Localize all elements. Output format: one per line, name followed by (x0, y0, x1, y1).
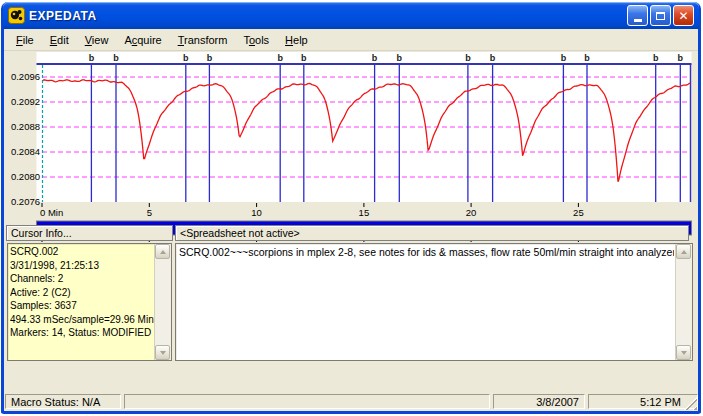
menu-transform[interactable]: Transform (170, 31, 236, 49)
cursor-info-text: SCRQ.0023/31/1998, 21:25:13Channels: 2Ac… (10, 245, 154, 359)
minimize-icon (634, 19, 642, 22)
svg-text:5: 5 (147, 207, 152, 218)
cursor-info-header[interactable]: Cursor Info... (6, 225, 173, 241)
cursor-info-line: SCRQ.002 (10, 245, 154, 259)
marker-label: b (301, 53, 307, 63)
marker-label: b (678, 53, 684, 63)
close-icon: ✕ (678, 10, 688, 22)
menu-file[interactable]: File (8, 31, 42, 49)
file-note-text: SCRQ.002~~~scorpions in mplex 2-8, see n… (179, 246, 674, 259)
marker-label: b (465, 53, 471, 63)
notes-scrollbar[interactable] (675, 244, 692, 360)
svg-text:0.2084: 0.2084 (11, 146, 40, 157)
menu-view[interactable]: View (77, 31, 117, 49)
svg-text:0 Min: 0 Min (40, 207, 63, 218)
cursor-info-line: Channels: 2 (10, 272, 154, 286)
window-title: EXPEDATA (29, 9, 625, 23)
status-bar: Macro Status: N/A 3/8/2007 5:12 PM (4, 392, 698, 411)
cursor-info-scrollbar[interactable] (154, 244, 171, 360)
status-date: 3/8/2007 (493, 394, 585, 409)
status-message (124, 394, 490, 409)
scroll-up-icon[interactable] (155, 244, 170, 259)
menu-acquire[interactable]: Acquire (116, 31, 169, 49)
maximize-button[interactable] (650, 5, 671, 26)
marker-label: b (207, 53, 213, 63)
svg-text:0.2080: 0.2080 (11, 171, 40, 182)
cursor-info-panel: SCRQ.0023/31/1998, 21:25:13Channels: 2Ac… (7, 243, 172, 361)
maximize-icon (656, 12, 665, 20)
marker-label: b (490, 53, 496, 63)
marker-label: b (183, 53, 189, 63)
svg-text:15: 15 (359, 207, 370, 218)
menubar: FileEditViewAcquireTransformToolsHelp (4, 29, 698, 51)
cursor-info-line: Active: 2 (C2) (10, 286, 154, 300)
cursor-info-line: Samples: 3637 (10, 299, 154, 313)
marker-label: b (653, 53, 659, 63)
marker-label: b (561, 53, 567, 63)
app-window: EXPEDATA ✕ FileEditViewAcquireTransformT… (1, 2, 701, 414)
menu-tools[interactable]: Tools (235, 31, 277, 49)
svg-text:0.2088: 0.2088 (11, 121, 40, 132)
scroll-down-icon[interactable] (676, 345, 691, 360)
marker-label: b (397, 53, 403, 63)
svg-text:0.2076: 0.2076 (11, 196, 40, 207)
marker-label: b (89, 53, 95, 63)
svg-text:10: 10 (251, 207, 262, 218)
svg-text:0.2092: 0.2092 (11, 96, 40, 107)
macro-status: Macro Status: N/A (5, 394, 121, 409)
chart-area[interactable]: 0.20960.20920.20880.20840.20800.2076bbbb… (6, 52, 697, 252)
marker-label: b (277, 53, 283, 63)
marker-label: b (113, 53, 119, 63)
svg-text:20: 20 (466, 207, 477, 218)
status-time: 5:12 PM (588, 394, 698, 409)
scroll-up-icon[interactable] (676, 244, 691, 259)
scroll-down-icon[interactable] (155, 345, 170, 360)
svg-text:25: 25 (573, 207, 584, 218)
cursor-info-line: 3/31/1998, 21:25:13 (10, 259, 154, 273)
menu-help[interactable]: Help (277, 31, 316, 49)
notes-panel[interactable]: SCRQ.002~~~scorpions in mplex 2-8, see n… (175, 243, 693, 361)
svg-text:0.2096: 0.2096 (11, 71, 40, 82)
menu-edit[interactable]: Edit (42, 31, 77, 49)
minimize-button[interactable] (627, 5, 648, 26)
cursor-info-line: Markers: 14, Status: MODIFIED (10, 326, 154, 340)
marker-label: b (372, 53, 378, 63)
close-button[interactable]: ✕ (673, 5, 694, 26)
spreadsheet-header[interactable]: <Spreadsheet not active> (175, 225, 689, 241)
title-bar[interactable]: EXPEDATA ✕ (3, 2, 699, 29)
app-icon (8, 7, 25, 24)
marker-label: b (584, 53, 590, 63)
cursor-info-line: 494.33 mSec/sample=29.96 Min (10, 313, 154, 327)
